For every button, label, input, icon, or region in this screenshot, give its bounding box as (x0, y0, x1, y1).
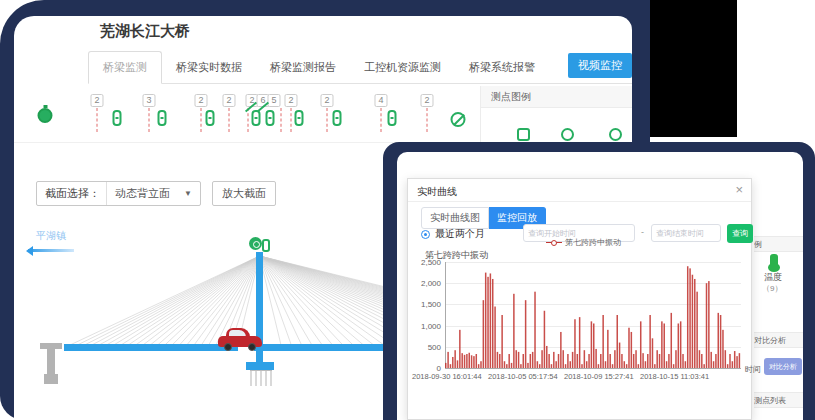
y-axis-tick-label: 500 (411, 343, 441, 352)
stopwatch-icon[interactable] (38, 108, 53, 123)
page-title: 芜湖长江大桥 (100, 22, 190, 41)
sensor-dashed-line (281, 108, 282, 132)
town-label: 平湖镇 (36, 229, 66, 243)
dialog-divider (408, 201, 751, 202)
query-end-time-input[interactable] (651, 224, 721, 242)
sensor-link-icon[interactable] (158, 110, 167, 126)
x-axis-tick-label: 2018-10-15 11:03:41 (640, 372, 709, 381)
legend-line-marker-icon (546, 239, 562, 246)
section-select-group: 截面选择： 动态背立面 ▼ (36, 181, 201, 206)
x-axis-tick-label: 2018-09-30 16:01:44 (412, 372, 482, 381)
temperature-count: （9） (762, 283, 782, 294)
bridge-piles (250, 370, 272, 386)
legend-circle-icon[interactable] (561, 128, 574, 141)
query-button[interactable]: 查询 (727, 224, 753, 243)
left-arrow-icon (28, 249, 74, 252)
y-axis-tick-label: 2,500 (411, 258, 441, 267)
point-list-fragment: 测点列表 (754, 392, 803, 408)
sensor-count-badge: 2 (284, 94, 297, 107)
sensor-count-badge: 2 (194, 94, 207, 107)
tab-桥梁监测报告[interactable]: 桥梁监测报告 (256, 52, 350, 83)
sensor-link-icon[interactable] (333, 110, 342, 126)
sensor-link-icon[interactable] (252, 110, 261, 126)
sensor-count-badge: 2 (320, 94, 333, 107)
dialog-title: 实时曲线 (417, 185, 457, 199)
bridge-pier-cap (246, 362, 274, 370)
car-wheel (224, 343, 232, 351)
sensor-link-icon[interactable] (206, 110, 215, 126)
black-background-block (650, 0, 737, 137)
chart-legend[interactable]: 第七跨跨中振动 (546, 237, 621, 248)
date-range-separator: - (641, 227, 644, 237)
sensor-dashed-line (229, 108, 230, 132)
legend-circle-icon[interactable] (609, 128, 622, 141)
sensor-dashed-line (327, 108, 328, 132)
section-select-label: 截面选择： (37, 186, 106, 201)
section-select-value: 动态背立面 (115, 186, 170, 201)
sensor-dashed-line (248, 108, 249, 132)
car-illustration (218, 328, 262, 350)
point-legend-title: 测点图例 (481, 86, 632, 108)
sensor-link-icon[interactable] (295, 110, 304, 126)
tab-桥梁系统报警[interactable]: 桥梁系统报警 (455, 52, 549, 83)
recent-two-months-label: 最近两个月 (435, 227, 485, 241)
sensor-count-badge: 2 (222, 94, 235, 107)
tower-link-icon[interactable] (262, 239, 270, 252)
sensor-link-icon[interactable] (388, 110, 397, 126)
sensor-dashed-line (149, 108, 150, 132)
close-icon[interactable]: × (735, 182, 743, 197)
tab-桥梁监测[interactable]: 桥梁监测 (88, 51, 162, 84)
y-axis-tick-label: 1,000 (411, 322, 441, 331)
sensor-dashed-line (291, 108, 292, 132)
point-legend-panel: 测点图例 (480, 86, 632, 142)
sensor-ban-icon[interactable] (451, 112, 466, 127)
x-axis-tick-label: 2018-10-05 05:17:54 (488, 372, 558, 381)
abutment-stem (47, 349, 55, 375)
sensor-count-badge: 2 (90, 94, 103, 107)
sensor-count-badge: 3 (142, 94, 155, 107)
recent-two-months-radio[interactable] (421, 230, 430, 239)
sensor-count-badge: 4 (374, 94, 387, 107)
screenshot-stage: 芜湖长江大桥 桥梁监测桥梁实时数据桥梁监测报告工控机资源监测桥梁系统报警 视频监… (0, 0, 815, 420)
tower-sensor-icon[interactable] (249, 237, 262, 250)
section-select-dropdown[interactable]: 动态背立面 ▼ (106, 182, 200, 205)
abutment-base (44, 374, 58, 384)
main-tab-bar: 桥梁监测桥梁实时数据桥梁监测报告工控机资源监测桥梁系统报警 (88, 52, 632, 84)
sensor-link-icon[interactable] (266, 110, 275, 126)
car-wheel (248, 343, 256, 351)
sensor-count-badge: 5 (267, 94, 280, 107)
compare-header-fragment: 对比分析 (754, 332, 803, 348)
dialog-tab-实时曲线图[interactable]: 实时曲线图 (421, 207, 489, 229)
legend-series-label: 第七跨跨中振动 (565, 237, 621, 248)
video-monitor-button[interactable]: 视频监控 (568, 53, 632, 78)
sensor-count-badge: 2 (420, 94, 433, 107)
x-axis-title: 时间 (745, 364, 761, 375)
y-axis-tick-label: 2,000 (411, 279, 441, 288)
thermometer-icon (770, 254, 778, 266)
sensor-dashed-line (201, 108, 202, 132)
chart-series-bars (445, 262, 741, 368)
legend-header-fragment: 例 (754, 236, 803, 252)
compare-analysis-button[interactable]: 对比分析 (764, 358, 802, 375)
sensor-dashed-line (427, 108, 428, 132)
x-axis-line (445, 368, 741, 369)
tab-工控机资源监测[interactable]: 工控机资源监测 (350, 52, 455, 83)
chevron-down-icon: ▼ (184, 189, 192, 198)
legend-link-icon[interactable] (517, 128, 530, 141)
sensor-dashed-line (381, 108, 382, 132)
enlarge-section-button[interactable]: 放大截面 (212, 181, 276, 206)
tab-桥梁实时数据[interactable]: 桥梁实时数据 (162, 52, 256, 83)
sensor-link-icon[interactable] (113, 110, 122, 126)
x-axis-tick-label: 2018-10-09 15:27:41 (564, 372, 634, 381)
y-axis-tick-label: 1,500 (411, 300, 441, 309)
sensor-dashed-line (97, 108, 98, 132)
